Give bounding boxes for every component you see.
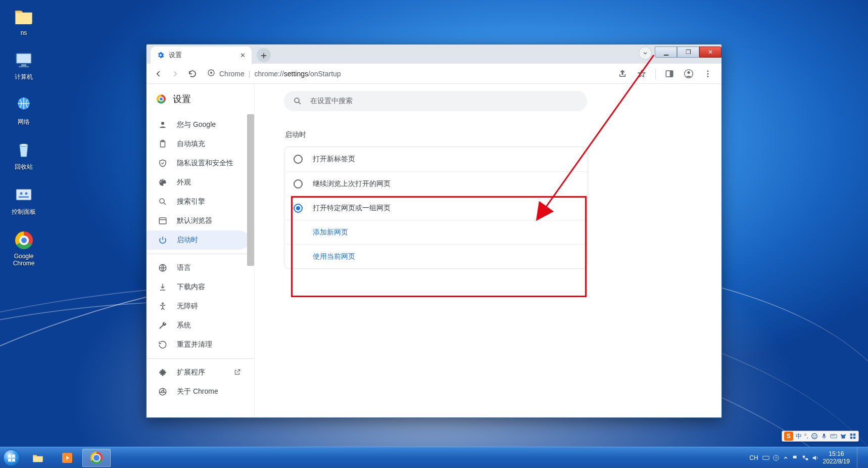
settings-title: 设置 — [147, 84, 254, 114]
svg-rect-15 — [833, 435, 834, 436]
share-button[interactable] — [615, 66, 630, 81]
sidebar-item-downloads[interactable]: 下载内容 — [147, 277, 249, 297]
svg-point-22 — [210, 72, 212, 74]
label: 打开新标签页 — [313, 155, 355, 164]
settings-search-input[interactable]: 在设置中搜索 — [284, 91, 587, 111]
scrollbar-thumb[interactable] — [247, 114, 254, 266]
option-specific-pages[interactable]: 打开特定网页或一组网页 — [284, 196, 588, 220]
window-maximize-button[interactable]: ❐ — [677, 46, 699, 58]
sidebar-item-default-browser[interactable]: 默认浏览器 — [147, 211, 249, 230]
ime-mic-icon[interactable] — [821, 433, 828, 440]
side-panel-button[interactable] — [662, 66, 677, 81]
chrome-icon — [15, 231, 33, 249]
svg-rect-16 — [834, 435, 835, 436]
desktop-icon-network[interactable]: 网络 — [4, 95, 43, 126]
tray-help-icon[interactable]: ? — [773, 454, 780, 461]
taskbar-explorer-button[interactable] — [24, 449, 52, 467]
svg-point-26 — [688, 71, 690, 74]
svg-rect-18 — [853, 434, 855, 436]
tray-time: 15:16 — [823, 450, 850, 457]
browser-tab[interactable]: 设置 ✕ — [151, 46, 252, 64]
desktop-icon-computer[interactable]: 计算机 — [4, 50, 43, 81]
section-title: 启动时 — [285, 130, 707, 139]
svg-rect-5 — [16, 189, 31, 200]
search-placeholder: 在设置中搜索 — [310, 97, 353, 106]
tray-chevron-up-icon[interactable] — [783, 455, 789, 461]
ime-face-icon[interactable] — [811, 433, 818, 440]
ime-keyboard-icon[interactable] — [830, 433, 837, 440]
profile-button[interactable] — [681, 66, 696, 81]
sidebar-item-about[interactable]: 关于 Chrome — [147, 382, 249, 401]
label: 您与 Google — [177, 120, 216, 129]
ime-tools-icon[interactable] — [849, 433, 856, 440]
sidebar-item-you-and-google[interactable]: 您与 Google — [147, 115, 249, 134]
tray-date: 2022/8/19 — [823, 458, 850, 465]
sidebar-item-language[interactable]: 语言 — [147, 258, 249, 277]
svg-point-39 — [295, 98, 299, 103]
sidebar-item-on-startup[interactable]: 启动时 — [147, 230, 249, 250]
tray-clock[interactable]: 15:16 2022/8/19 — [823, 450, 850, 465]
radio-checked-icon[interactable] — [294, 204, 303, 213]
window-minimize-button[interactable]: ▁ — [655, 46, 677, 58]
sidebar-item-accessibility[interactable]: 无障碍 — [147, 297, 249, 316]
radio-unchecked-icon[interactable] — [294, 179, 303, 189]
nav-forward-button[interactable] — [168, 66, 183, 81]
window-close-button[interactable]: ✕ — [699, 46, 721, 58]
tray-flag-icon[interactable] — [792, 454, 799, 461]
tray-network-icon[interactable] — [802, 454, 809, 461]
option-continue[interactable]: 继续浏览上次打开的网页 — [284, 171, 588, 196]
address-bar[interactable]: Chrome | chrome://settings/onStartup — [202, 66, 613, 81]
ime-lang[interactable]: 中 — [796, 432, 802, 441]
restore-icon — [158, 340, 168, 349]
start-button[interactable] — [0, 447, 23, 469]
sidebar-item-appearance[interactable]: 外观 — [147, 173, 249, 192]
nav-back-button[interactable] — [151, 66, 166, 81]
option-new-tab[interactable]: 打开新标签页 — [284, 147, 588, 171]
label: ns — [4, 29, 43, 36]
sidebar-item-privacy[interactable]: 隐私设置和安全性 — [147, 154, 249, 173]
accessibility-icon — [158, 302, 168, 311]
tray-lang[interactable]: CH — [749, 454, 758, 461]
sidebar-item-extensions[interactable]: 扩展程序 — [147, 363, 249, 382]
show-desktop-button[interactable] — [857, 447, 864, 469]
radio-unchecked-icon[interactable] — [294, 155, 303, 164]
new-tab-button[interactable]: ＋ — [257, 48, 271, 62]
sidebar-item-autofill[interactable]: 自动填充 — [147, 134, 249, 154]
taskbar-chrome-button[interactable] — [82, 449, 111, 467]
bookmark-button[interactable] — [634, 66, 649, 81]
tab-strip: 设置 ✕ ＋ ▁ ❐ ✕ — [147, 44, 721, 64]
desktop-icon-ns[interactable]: ns — [4, 6, 43, 36]
ime-toolbar[interactable]: S 中 °, — [782, 431, 859, 442]
taskbar-media-button[interactable] — [53, 449, 81, 467]
tab-search-button[interactable] — [639, 46, 652, 60]
sidebar-item-reset[interactable]: 重置并清理 — [147, 335, 249, 354]
sidebar-item-search[interactable]: 搜索引擎 — [147, 192, 249, 211]
settings-main: 在设置中搜索 启动时 打开新标签页 继续浏览上次打开的网页 打 — [255, 84, 721, 417]
taskbar: CH ? 15:16 2022/8/19 — [0, 447, 868, 468]
divider — [147, 254, 254, 254]
svg-point-10 — [813, 435, 814, 436]
sidebar-item-system[interactable]: 系统 — [147, 316, 249, 335]
tab-close-icon[interactable]: ✕ — [240, 52, 246, 59]
desktop-icon-chrome[interactable]: Google Chrome — [4, 229, 43, 267]
chevron-down-icon — [642, 50, 649, 57]
label: 扩展程序 — [177, 368, 205, 377]
ime-punct-icon[interactable]: °, — [804, 433, 808, 440]
add-new-page-button[interactable]: 添加新网页 — [284, 220, 588, 244]
ime-skin-icon[interactable] — [840, 433, 847, 440]
tray-keyboard-icon[interactable] — [762, 454, 769, 461]
tray-volume-icon[interactable] — [812, 454, 819, 461]
use-current-pages-button[interactable]: 使用当前网页 — [284, 244, 588, 268]
desktop-icon-control-panel[interactable]: 控制面板 — [4, 184, 43, 216]
svg-rect-34 — [159, 218, 166, 224]
svg-point-30 — [161, 122, 164, 125]
svg-rect-0 — [16, 54, 31, 64]
label: 启动时 — [177, 236, 198, 245]
svg-point-38 — [162, 391, 164, 393]
chrome-menu-button[interactable] — [700, 66, 715, 81]
toolbar: Chrome | chrome://settings/onStartup — [147, 64, 721, 84]
label: 网络 — [4, 118, 43, 126]
search-icon — [293, 97, 302, 106]
nav-reload-button[interactable] — [185, 66, 200, 81]
desktop-icon-recycle[interactable]: 回收站 — [4, 139, 43, 171]
